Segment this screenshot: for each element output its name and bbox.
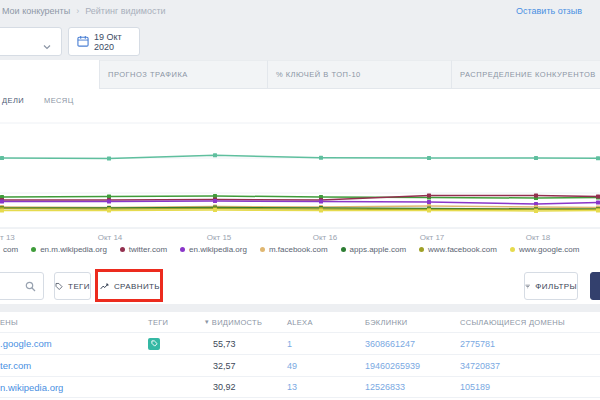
table-row[interactable]: .google.com 55,73 1 3608661247 2775781 bbox=[0, 332, 600, 354]
report-tabbar: ПРОГНОЗ ТРАФИКА % КЛЮЧЕЙ В ТОП-10 РАСПРЕ… bbox=[0, 60, 600, 89]
x-axis-tick-label: Окт 15 bbox=[207, 233, 232, 242]
backlinks-value[interactable]: 19460265939 bbox=[365, 361, 420, 371]
tags-button[interactable]: ТЕГИ bbox=[54, 272, 91, 300]
table-row[interactable]: ter.com 32,57 49 19460265939 34720837 bbox=[0, 354, 600, 376]
visibility-chart bbox=[0, 100, 600, 232]
filters-button[interactable]: ФИЛЬТРЫ bbox=[524, 272, 578, 300]
sort-desc-icon: ▾ bbox=[205, 318, 209, 326]
legend-item[interactable]: en.wikipedia.org bbox=[180, 245, 247, 254]
breadcrumb-separator: › bbox=[76, 6, 79, 16]
chart-legend: comen.m.wikipedia.orgtwitter.comen.wikip… bbox=[3, 245, 579, 254]
tag-icon bbox=[151, 340, 158, 347]
search-input[interactable] bbox=[0, 272, 44, 300]
table-row[interactable]: n.wikipedia.org 30,92 13 12526833 105189 bbox=[0, 376, 600, 398]
date-picker-button[interactable]: 19 Окт 2020 bbox=[68, 27, 140, 56]
tab-keys-in-top10[interactable]: % КЛЮЧЕЙ В ТОП-10 bbox=[268, 60, 452, 89]
table-header-row: ЕНЫ ТЕГИ ▾ ВИДИМОСТЬ ALEXA БЭКЛИНКИ ССЫЛ… bbox=[0, 312, 600, 332]
legend-dot-icon bbox=[419, 247, 424, 252]
legend-item[interactable]: www.facebook.com bbox=[419, 245, 497, 254]
x-axis-tick-label: Окт 14 bbox=[98, 233, 123, 242]
tag-icon bbox=[55, 281, 63, 292]
ref-domains-value[interactable]: 2775781 bbox=[460, 339, 495, 349]
visibility-chart-card: ДЕЛИ МЕСЯЦ т 13Окт 14Окт 15Окт 16Окт 17О… bbox=[0, 89, 600, 304]
legend-label: m.facebook.com bbox=[269, 245, 328, 254]
competitors-table: ЕНЫ ТЕГИ ▾ ВИДИМОСТЬ ALEXA БЭКЛИНКИ ССЫЛ… bbox=[0, 312, 600, 400]
legend-label: twitter.com bbox=[129, 245, 167, 254]
x-axis-tick-label: т 13 bbox=[0, 233, 15, 242]
alexa-value[interactable]: 1 bbox=[287, 339, 292, 349]
breadcrumb: Мои конкуренты › Рейтинг видимости bbox=[2, 6, 166, 16]
legend-label: com bbox=[3, 245, 18, 254]
legend-label: en.m.wikipedia.org bbox=[40, 245, 107, 254]
table-body: .google.com 55,73 1 3608661247 2775781 t… bbox=[0, 332, 600, 398]
compare-button[interactable]: СРАВНИТЬ bbox=[100, 272, 160, 300]
x-axis-tick-label: Окт 17 bbox=[420, 233, 445, 242]
legend-label: apps.apple.com bbox=[350, 245, 406, 254]
header-visibility[interactable]: ▾ ВИДИМОСТЬ bbox=[205, 318, 287, 327]
x-axis-tick-label: Окт 16 bbox=[313, 233, 338, 242]
legend-label: www.facebook.com bbox=[428, 245, 497, 254]
page-title: Рейтинг видимости bbox=[85, 6, 165, 16]
legend-dot-icon bbox=[341, 247, 346, 252]
legend-item[interactable]: twitter.com bbox=[120, 245, 167, 254]
legend-label: www.google.com bbox=[519, 245, 579, 254]
tab-traffic-forecast[interactable]: ПРОГНОЗ ТРАФИКА bbox=[100, 60, 268, 89]
alexa-value[interactable]: 13 bbox=[287, 382, 297, 392]
visibility-value: 30,92 bbox=[205, 382, 287, 392]
domain-link[interactable]: n.wikipedia.org bbox=[0, 382, 63, 393]
breadcrumb-parent[interactable]: Мои конкуренты bbox=[2, 6, 70, 16]
header-tags[interactable]: ТЕГИ bbox=[148, 318, 205, 327]
legend-item[interactable]: com bbox=[3, 245, 18, 254]
domain-link[interactable]: ter.com bbox=[0, 360, 31, 371]
feedback-link[interactable]: Оставить отзыв bbox=[516, 6, 582, 16]
header-alexa[interactable]: ALEXA bbox=[287, 318, 365, 327]
calendar-icon bbox=[77, 35, 89, 49]
header-ref-domains[interactable]: ССЫЛАЮЩИЕСЯ ДОМЕНЫ bbox=[460, 318, 600, 327]
ref-domains-value[interactable]: 34720837 bbox=[460, 361, 500, 371]
header-backlinks[interactable]: БЭКЛИНКИ bbox=[365, 318, 460, 327]
ref-domains-value[interactable]: 105189 bbox=[460, 382, 490, 392]
chart-x-axis-labels: т 13Окт 14Окт 15Окт 16Окт 17Окт 18 bbox=[0, 233, 600, 245]
x-axis-tick-label: Окт 18 bbox=[526, 233, 551, 242]
header-domains[interactable]: ЕНЫ bbox=[0, 318, 148, 327]
backlinks-value[interactable]: 3608661247 bbox=[365, 339, 415, 349]
project-dropdown[interactable] bbox=[0, 27, 62, 56]
search-icon bbox=[25, 281, 36, 292]
legend-item[interactable]: en.m.wikipedia.org bbox=[31, 245, 107, 254]
legend-item[interactable]: m.facebook.com bbox=[260, 245, 328, 254]
legend-item[interactable]: apps.apple.com bbox=[341, 245, 406, 254]
date-picker-value: 19 Окт 2020 bbox=[94, 32, 139, 52]
domain-link[interactable]: .google.com bbox=[0, 338, 52, 349]
legend-label: en.wikipedia.org bbox=[189, 245, 247, 254]
visibility-value: 32,57 bbox=[205, 361, 287, 371]
legend-dot-icon bbox=[31, 247, 36, 252]
legend-dot-icon bbox=[180, 247, 185, 252]
export-button[interactable] bbox=[590, 272, 600, 300]
trend-line-icon bbox=[100, 281, 109, 292]
table-toolbar: ТЕГИ СРАВНИТЬ ФИЛЬТРЫ bbox=[0, 272, 600, 301]
legend-item[interactable]: www.google.com bbox=[510, 245, 579, 254]
legend-dot-icon bbox=[120, 247, 125, 252]
alexa-value[interactable]: 49 bbox=[287, 361, 297, 371]
tag-badge[interactable] bbox=[148, 338, 160, 350]
backlinks-value[interactable]: 12526833 bbox=[365, 382, 405, 392]
tab-competitor-distribution[interactable]: РАСПРЕДЕЛЕНИЕ КОНКУРЕНТОВ bbox=[452, 60, 600, 89]
filter-icon bbox=[525, 282, 530, 291]
legend-dot-icon bbox=[260, 247, 265, 252]
visibility-value: 55,73 bbox=[205, 339, 287, 349]
tab-visibility-rating[interactable] bbox=[0, 60, 100, 89]
chevron-down-icon bbox=[42, 38, 52, 56]
legend-dot-icon bbox=[510, 247, 515, 252]
